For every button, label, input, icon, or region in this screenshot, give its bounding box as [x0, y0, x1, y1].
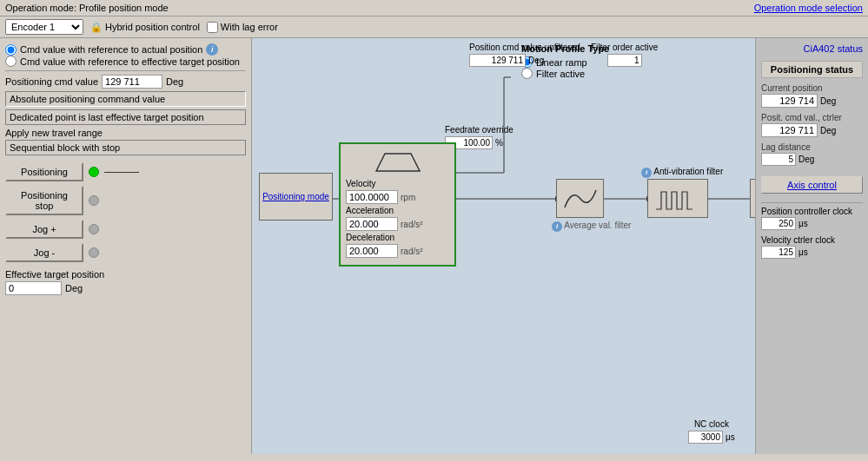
velocity-label: Velocity	[346, 179, 405, 188]
operation-mode-link[interactable]: Operation mode selection	[754, 3, 863, 13]
lag-distance-unit: Deg	[798, 155, 814, 164]
lag-distance-row: 5 Deg	[761, 153, 863, 166]
nc-clock-input[interactable]: 3000	[688, 431, 723, 444]
feedrate-unit: %	[495, 138, 503, 148]
with-lag-error-label[interactable]: With lag error	[207, 22, 278, 33]
positioning-cmd-label: Positioning cmd value	[5, 76, 98, 87]
filter-order-input[interactable]: 1	[607, 54, 642, 67]
acceleration-label: Acceleration	[346, 206, 405, 215]
axis-control-button[interactable]: Axis control	[761, 176, 863, 194]
cia-link[interactable]: CiA402 status	[761, 43, 863, 54]
positioning-mode-label[interactable]: Positioning mode	[262, 192, 329, 201]
pos-cmd-unfiltered-input[interactable]: 129 711	[469, 54, 526, 67]
positioning-cmd-row: Positioning cmd value 129 711 Deg	[5, 75, 246, 89]
acceleration-input[interactable]: 20.000	[346, 217, 398, 231]
pos-controller-clock-label: Position controller clock	[761, 207, 863, 216]
avg-filter-info-icon[interactable]: i	[552, 221, 562, 232]
positioning-row: Positioning	[5, 162, 246, 181]
effective-target-unit: Deg	[65, 283, 83, 293]
center-panel: Motion Profile Type Linear ramp Filter a…	[252, 38, 755, 454]
velocity-block: Velocity 100.0000 rpm Acceleration 20.00…	[339, 142, 456, 267]
jog-minus-led	[89, 247, 99, 258]
pos-cmd-ctlr-label: Posit. cmd val., ctrler	[761, 113, 863, 122]
main-area: Cmd value with reference to actual posit…	[0, 38, 868, 454]
pos-cmd-unfiltered-unit: Deg	[528, 56, 544, 65]
deceleration-input-row: 20.000 rad/s²	[346, 244, 449, 258]
svg-marker-11	[376, 154, 420, 171]
velocity-input-row: 100.0000 rpm	[346, 190, 449, 204]
hybrid-position-label: 🔒 Hybrid position control	[90, 22, 200, 33]
effective-target-section: Effective target position 0 Deg	[5, 269, 246, 295]
velocity-ctlr-clock-input[interactable]: 125	[761, 246, 796, 259]
info-icon-1[interactable]: i	[206, 43, 218, 56]
lag-distance-label: Lag distance	[761, 142, 863, 152]
deceleration-input[interactable]: 20.000	[346, 244, 398, 258]
acceleration-input-row: 20.000 rad/s²	[346, 217, 449, 231]
positioning-cmd-input[interactable]: 129 711	[102, 75, 162, 89]
acceleration-unit: rad/s²	[401, 220, 423, 229]
pos-controller-clock-unit: μs	[798, 219, 808, 228]
positioning-stop-button[interactable]: Positioning stop	[5, 186, 83, 215]
antivib-block	[647, 179, 708, 218]
pos-cmd-unfiltered-label: Position cmd value unfiltered	[469, 43, 580, 52]
deceleration-label: Deceleration	[346, 233, 405, 242]
left-panel: Cmd value with reference to actual posit…	[0, 38, 252, 454]
avg-filter-block	[556, 179, 604, 218]
jog-minus-button[interactable]: Jog -	[5, 243, 83, 262]
avg-filter-label: i Average val. filter	[552, 221, 631, 232]
pos-controller-clock-input[interactable]: 250	[761, 217, 796, 230]
abs-positioning-btn[interactable]: Absolute positioning command value	[5, 91, 246, 107]
lag-distance-section: Lag distance 5 Deg	[761, 142, 863, 166]
jog-plus-led	[89, 224, 99, 234]
effective-target-row: 0 Deg	[5, 281, 246, 295]
ramp-block	[750, 179, 755, 218]
pos-cmd-unfiltered-section: Position cmd value unfiltered 129 711 De…	[469, 43, 580, 67]
velocity-ctlr-clock-label: Velocity ctrler clock	[761, 235, 863, 245]
filter-order-section: Filter order active 1	[591, 43, 658, 67]
effective-target-input[interactable]: 0	[5, 281, 62, 295]
trapezoid-icon	[346, 149, 449, 175]
effective-target-label: Effective target position	[5, 269, 246, 280]
lag-distance-input[interactable]: 5	[761, 153, 796, 166]
positioning-button[interactable]: Positioning	[5, 162, 83, 181]
apply-travel-label: Apply new travel range	[5, 128, 246, 138]
velocity-input[interactable]: 100.0000	[346, 190, 398, 204]
positioning-stop-row: Positioning stop	[5, 186, 246, 215]
pos-cmd-ctlr-section: Posit. cmd val., ctrler 129 711 Deg	[761, 113, 863, 137]
positioning-status-label: Positioning status	[761, 61, 863, 78]
dedicated-point-label: Dedicated point is last effective target…	[5, 109, 246, 125]
pos-controller-clock-section: Position controller clock 250 μs	[761, 207, 863, 230]
window-title: Operation mode: Profile position mode	[5, 3, 169, 13]
jog-plus-row: Jog +	[5, 220, 246, 239]
filter-order-label: Filter order active	[591, 43, 658, 52]
deceleration-row: Deceleration	[346, 233, 449, 242]
connector-line-1	[104, 172, 139, 173]
positioning-stop-led	[89, 195, 99, 206]
velocity-ctlr-clock-section: Velocity ctrler clock 125 μs	[761, 235, 863, 259]
radio-actual-position[interactable]: Cmd value with reference to actual posit…	[5, 43, 246, 56]
toolbar: Encoder 1 🔒 Hybrid position control With…	[0, 16, 868, 38]
cmd-value-radio-group: Cmd value with reference to actual posit…	[5, 43, 246, 67]
feedrate-label: Feedrate override	[445, 125, 514, 135]
antivib-info-icon[interactable]: i	[641, 168, 652, 178]
pos-controller-clock-row: 250 μs	[761, 217, 863, 230]
lock-icon: 🔒	[90, 22, 103, 33]
velocity-ctlr-clock-unit: μs	[798, 247, 808, 257]
with-lag-error-checkbox[interactable]	[207, 22, 218, 33]
flow-diagram-svg	[252, 38, 755, 454]
velocity-ctlr-clock-row: 125 μs	[761, 246, 863, 259]
positioning-cmd-unit: Deg	[166, 76, 183, 87]
encoder-select[interactable]: Encoder 1	[5, 19, 83, 35]
pos-cmd-ctlr-input[interactable]: 129 711	[761, 123, 818, 137]
velocity-unit: rpm	[401, 193, 415, 202]
filter-active-radio[interactable]: Filter active	[521, 68, 609, 79]
pos-cmd-ctlr-unit: Deg	[820, 126, 836, 135]
current-position-input[interactable]: 129 714	[761, 94, 818, 108]
current-position-row: 129 714 Deg	[761, 94, 863, 108]
radio-effective-target[interactable]: Cmd value with reference to effective ta…	[5, 56, 246, 67]
positioning-mode-block[interactable]: Positioning mode	[259, 173, 333, 221]
nc-clock-section: NC clock 3000 μs	[688, 419, 735, 444]
jog-plus-button[interactable]: Jog +	[5, 220, 83, 239]
velocity-row: Velocity	[346, 179, 449, 188]
sequential-block-label: Sequential block with stop	[5, 140, 246, 155]
